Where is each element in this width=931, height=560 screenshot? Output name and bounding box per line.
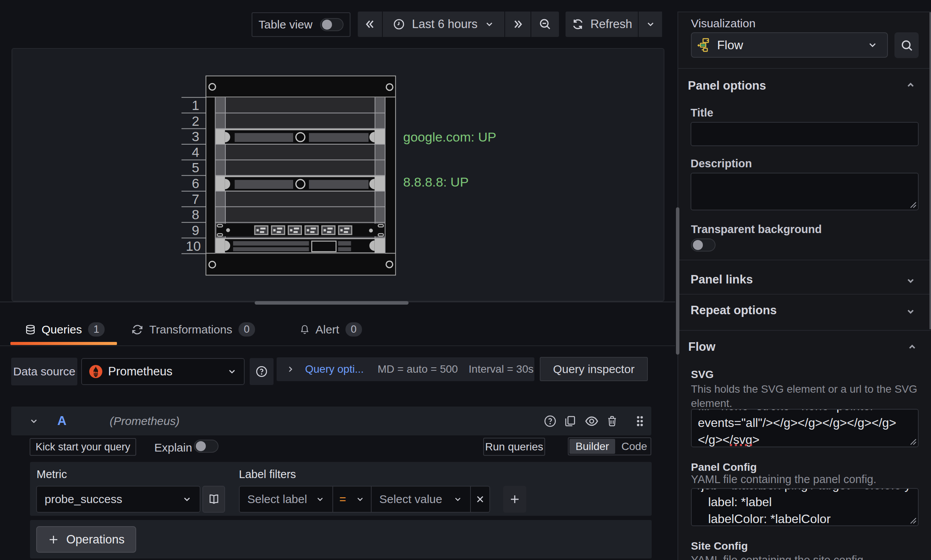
svg-text:10: 10 (186, 238, 201, 253)
svg-text:google.com: UP: google.com: UP (403, 130, 496, 144)
svg-text:7: 7 (192, 192, 199, 207)
svg-text:3: 3 (192, 129, 199, 144)
svg-text:2: 2 (192, 113, 199, 128)
svg-text:5: 5 (192, 160, 199, 175)
svg-text:9: 9 (192, 223, 199, 238)
svg-text:6: 6 (192, 176, 199, 191)
svg-text:1: 1 (192, 98, 199, 113)
svg-text:8: 8 (192, 207, 199, 222)
svg-text:8.8.8.8: UP: 8.8.8.8: UP (403, 175, 469, 189)
svg-text:4: 4 (192, 145, 199, 160)
